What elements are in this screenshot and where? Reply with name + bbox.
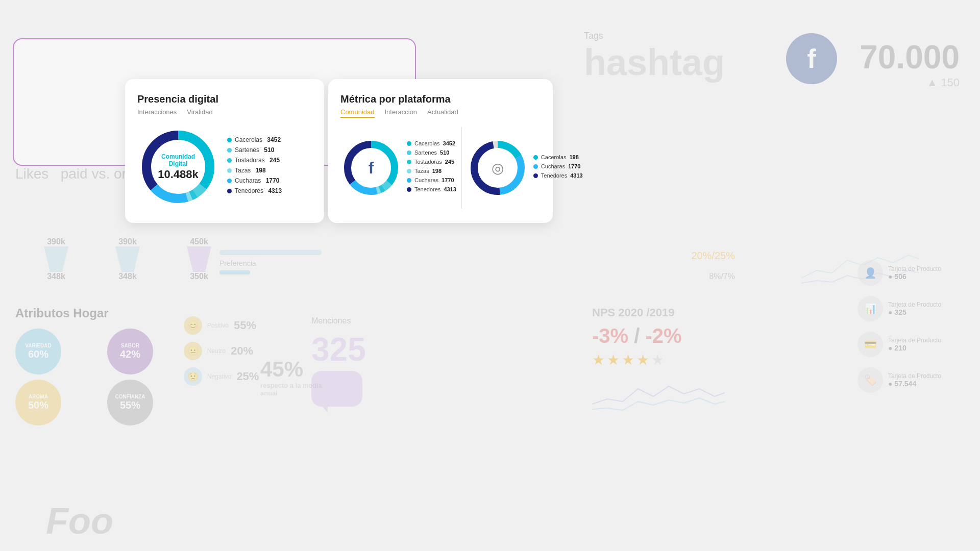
right-card-info-1: Tarjeta de Producto ● 506 <box>888 265 970 281</box>
presencia-body: ComunidadDigital 10.488k Cacerolas 3452 … <box>137 126 312 208</box>
nps-wave-svg <box>592 373 725 414</box>
right-card-num-2: ● 325 <box>888 308 970 316</box>
emotion-icon-negative: 😟 <box>184 367 202 386</box>
tags-section: Tags hashtag <box>584 31 725 83</box>
ig-leg-cucharas: Cucharas 1770 <box>533 163 583 169</box>
right-card-2: 📊 Tarjeta de Producto ● 325 <box>857 296 970 321</box>
presencia-tab-interacciones[interactable]: Interacciones <box>137 108 177 117</box>
fb-leg-tenedores: Tenedores 4313 <box>407 186 456 192</box>
legend-tostadoras: Tostadoras 245 <box>227 157 282 164</box>
attr-aroma: AROMA 50% <box>15 380 61 425</box>
legend-val-sartenes: 510 <box>262 146 274 154</box>
funnel-shape-1 <box>41 246 71 272</box>
right-card-3: 💳 Tarjeta de Producto ● 210 <box>857 332 970 357</box>
funnel-item-3: 450k 350k <box>184 237 214 281</box>
funnel-num-3a: 450k <box>190 237 208 246</box>
instagram-icon: ◎ <box>492 160 504 176</box>
pref-section: Preferencia <box>219 250 322 274</box>
legend-dot-tazas <box>227 168 232 173</box>
ig-val-cacerolas: 198 <box>569 154 578 160</box>
emotion-icon-positive: 😊 <box>184 316 202 335</box>
emotion-pct-2: 20% <box>231 344 253 358</box>
modal-overlay: Presencia digital Interacciones Viralida… <box>125 79 553 223</box>
legend-val-cacerolas: 3452 <box>265 136 281 143</box>
funnel-num-1a: 390k <box>47 237 65 246</box>
metrica-fb-donut-wrap: f <box>340 137 402 198</box>
legend-name-tazas: Tazas <box>235 167 251 174</box>
right-card-num-4: ● 57.544 <box>888 380 970 388</box>
legend-dot-sartenes <box>227 148 232 153</box>
fb-val-tazas: 198 <box>432 168 442 174</box>
atributos-circles: VARIEDAD 60% SABOR 42% AROMA 50% CONFIAN… <box>15 329 194 425</box>
metrica-tab-interaccion[interactable]: Interaccion <box>385 108 418 118</box>
legend-name-cacerolas: Cacerolas <box>235 136 262 143</box>
legend-val-tazas: 198 <box>254 167 265 174</box>
fb-leg-sartenes: Sartenes 510 <box>407 149 456 156</box>
star-half: ★ <box>636 352 649 368</box>
presencia-tabs[interactable]: Interacciones Viralidad <box>137 108 312 117</box>
attr-confianza: CONFIANZA 55% <box>107 380 153 425</box>
star-empty: ★ <box>651 352 664 368</box>
legend-cucharas: Cucharas 1770 <box>227 177 282 184</box>
metrica-tabs[interactable]: Comunidad Interaccion Actualidad <box>340 108 541 118</box>
presencia-donut-label: ComunidadDigital <box>158 153 199 168</box>
right-card-info-2: Tarjeta de Producto ● 325 <box>888 301 970 316</box>
attr-aroma-pct: 50% <box>28 399 48 411</box>
funnel-shape-3 <box>184 246 214 272</box>
legend-name-tenedores: Tenedores <box>235 187 263 194</box>
presencia-donut-center: ComunidadDigital 10.488k <box>158 153 199 181</box>
pct45-sub: respecto a la media anual <box>260 382 327 397</box>
presencia-tab-viralidad[interactable]: Viralidad <box>187 108 212 117</box>
fb-dot-cucharas <box>407 178 411 183</box>
legend-tazas: Tazas 198 <box>227 167 282 174</box>
funnel-num-1b: 348k <box>47 272 65 281</box>
ig-dot-tenedores <box>533 173 538 178</box>
fb-leg-cacerolas: Cacerolas 3452 <box>407 140 456 146</box>
legend-dot-tenedores <box>227 189 232 193</box>
funnel-item-2: 390k 348k <box>112 237 143 281</box>
fb-val-sartenes: 510 <box>440 149 449 156</box>
metrica-body: f Cacerolas 3452 Sartenes 510 Tostadoras <box>340 127 541 209</box>
metrica-instagram: ◎ Cacerolas 198 Cucharas 1770 Tenedores … <box>467 137 583 198</box>
fb-dot-tenedores <box>407 187 411 192</box>
nps-title-main: NPS 2020 <box>592 306 643 319</box>
attr-variedad: VARIEDAD 60% <box>15 329 61 374</box>
legend-dot-cucharas <box>227 179 232 183</box>
pct45-block: 45% respecto a la media anual <box>260 357 327 397</box>
fb-leg-tostadoras: Tostadoras 245 <box>407 159 456 165</box>
fb-dot-sartenes <box>407 151 411 155</box>
emotion-row-1: 😊 Positivo 55% <box>184 316 286 335</box>
pct-section: 20%/25% 8%/7% <box>691 250 735 281</box>
funnel-num-2b: 348k <box>118 272 137 281</box>
funnel-num-2a: 390k <box>118 237 137 246</box>
emotion-label-3: Negativo <box>207 373 231 380</box>
ig-leg-tenedores: Tenedores 4313 <box>533 172 583 179</box>
metrica-tab-actualidad[interactable]: Actualidad <box>427 108 458 118</box>
stars: ★ ★ ★ ★ ★ <box>592 352 735 368</box>
legend-dot-tostadoras <box>227 158 232 163</box>
right-card-thumb-4: 🏷️ <box>857 367 883 393</box>
right-card-num-3: ● 210 <box>888 344 970 352</box>
star-3: ★ <box>622 352 634 368</box>
metrica-ig-donut-wrap: ◎ <box>467 137 528 198</box>
emotion-pct-3: 25% <box>236 370 259 383</box>
funnel-item-1: 390k 348k <box>41 237 71 281</box>
ig-leg-cacerolas: Cacerolas 198 <box>533 154 583 160</box>
metrica-tab-comunidad[interactable]: Comunidad <box>340 108 375 118</box>
attr-variedad-label: VARIEDAD <box>25 343 51 348</box>
hashtag-text: hashtag <box>584 41 725 83</box>
right-card-1: 👤 Tarjeta de Producto ● 506 <box>857 260 970 286</box>
right-card-name-1: Tarjeta de Producto <box>888 265 970 272</box>
nps-pct2: -2% <box>646 324 682 347</box>
right-card-thumb-1: 👤 <box>857 260 883 286</box>
attr-confianza-label: CONFIANZA <box>115 394 145 399</box>
right-card-name-2: Tarjeta de Producto <box>888 301 970 308</box>
atributos-section: Atributos Hogar VARIEDAD 60% SABOR 42% A… <box>15 306 194 425</box>
metrica-ig-legend: Cacerolas 198 Cucharas 1770 Tenedores 43… <box>533 154 583 182</box>
legend-name-sartenes: Sartenes <box>235 146 259 154</box>
presencia-donut-number: 10.488k <box>158 167 199 181</box>
pct-bottom: 8%/7% <box>691 272 735 281</box>
nps-pct1: -3% <box>592 324 628 347</box>
presencia-donut: ComunidadDigital 10.488k <box>137 126 219 208</box>
emotion-pct-1: 55% <box>234 319 256 332</box>
